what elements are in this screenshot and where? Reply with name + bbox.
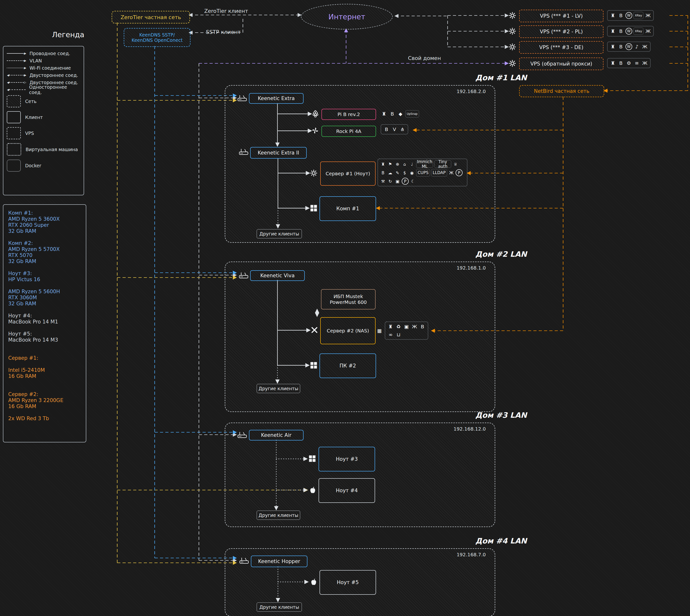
tools-icon: ⚒ bbox=[380, 178, 386, 184]
network-diagram: Легенда ▶Проводное соед. ▶VLAN ▶Wi-Fi со… bbox=[0, 0, 690, 616]
device-rock-pi[interactable]: Rock Pi 4A bbox=[321, 126, 376, 137]
legend-label: VPS bbox=[25, 131, 34, 136]
spec-line bbox=[8, 325, 81, 331]
lan3-other-clients[interactable]: Другие клиенты bbox=[257, 511, 300, 520]
netbird-agent-icon: Ж bbox=[645, 28, 651, 35]
legend-swatch-network bbox=[7, 95, 21, 107]
legend-swatch-vps bbox=[7, 127, 21, 139]
notes-icon: ✎ bbox=[395, 170, 400, 176]
pi-b-apps: ♜B◆UpSnap bbox=[381, 109, 419, 119]
beszel-icon: B bbox=[389, 110, 396, 117]
vps-3-node[interactable]: VPS (*** #3 - DE) bbox=[519, 41, 603, 54]
device-nas[interactable]: Сервер #2 (NAS) bbox=[320, 317, 376, 344]
lan2-subnet: 192.168.1.0 bbox=[438, 265, 486, 271]
gear-icon bbox=[509, 27, 516, 35]
device-nout3[interactable]: Ноут #3 bbox=[318, 447, 375, 471]
watchtower-icon: ♜ bbox=[381, 110, 387, 117]
lan3-title: Дом #3 LAN bbox=[454, 411, 527, 419]
internet-node[interactable]: Интернет bbox=[301, 4, 393, 29]
spec-line bbox=[8, 283, 81, 289]
vps-1-node[interactable]: VPS (*** #1 - LV) bbox=[519, 10, 603, 22]
syncthing-icon: ↻ bbox=[387, 178, 393, 184]
legend-panel: ▶Проводное соед. ▶VLAN ▶Wi-Fi соединение… bbox=[3, 46, 84, 195]
router-keenetic-hopper[interactable]: Keenetic Hopper bbox=[251, 555, 307, 567]
keendns-network[interactable]: KeenDNS SSTP/ KeenDNS OpenConect bbox=[124, 28, 191, 47]
watchtower-icon: ♜ bbox=[387, 323, 394, 330]
lan1-title: Дом #1 LAN bbox=[454, 73, 527, 82]
apple-icon bbox=[309, 486, 317, 494]
device-nout4[interactable]: Ноут #4 bbox=[318, 478, 375, 503]
zerotier-network[interactable]: ZeroTier частная сеть bbox=[112, 11, 190, 23]
vps-proxy-node[interactable]: VPS (обратный прокси) bbox=[519, 58, 603, 70]
spec-line: Комп #1: bbox=[8, 210, 81, 216]
router-icon bbox=[239, 557, 249, 564]
link-icon: ∞ bbox=[387, 331, 394, 338]
router-icon bbox=[237, 431, 247, 438]
vaultwarden-icon: V bbox=[391, 126, 398, 133]
gear-icon bbox=[509, 60, 516, 67]
router-keenetic-extra-2[interactable]: Keenetic Extra II bbox=[250, 147, 307, 159]
lan3-subnet: 192.168.12.0 bbox=[438, 426, 486, 432]
spec-line: HP Victus 16 bbox=[8, 277, 81, 283]
tiny-auth-badge: Tiny auth bbox=[434, 160, 451, 168]
beszel-icon: B bbox=[380, 170, 386, 176]
spec-line: Intel i5-2410M bbox=[8, 367, 81, 373]
lan1-other-clients[interactable]: Другие клиенты bbox=[257, 229, 302, 238]
recycle-icon: ♻ bbox=[395, 323, 402, 330]
spec-line bbox=[8, 410, 81, 416]
legend-title: Легенда bbox=[52, 30, 84, 39]
adguard-icon: ◆ bbox=[397, 110, 404, 117]
list-icon: ≡ bbox=[633, 60, 640, 66]
beszel-icon: B bbox=[618, 12, 624, 19]
device-komp1[interactable]: Комп #1 bbox=[319, 196, 376, 221]
lan2-title: Дом #2 LAN bbox=[454, 250, 527, 259]
router-keenetic-extra[interactable]: Keenetic Extra bbox=[249, 93, 304, 104]
moon-icon: ☾ bbox=[410, 178, 416, 184]
spec-line: 32 Gb RAM bbox=[8, 301, 81, 307]
keendns-links bbox=[155, 46, 236, 558]
spec-line: AMD Ryzen 5 5600H bbox=[8, 289, 81, 295]
vault-icon: ▣ bbox=[395, 178, 400, 184]
lan4-subnet: 192.168.7.0 bbox=[438, 552, 486, 557]
gear-icon bbox=[509, 12, 516, 19]
spec-line: RTX 3060M bbox=[8, 295, 81, 301]
bucket-icon: ⊔ bbox=[395, 331, 402, 338]
device-pk2[interactable]: ПК #2 bbox=[319, 353, 376, 378]
windows-icon bbox=[308, 455, 316, 462]
raspberry-icon bbox=[311, 110, 319, 118]
device-ups[interactable]: ИБП Mustek PowerMust 600 bbox=[321, 289, 376, 309]
lan4-other-clients[interactable]: Другие клиенты bbox=[257, 602, 302, 612]
router-icon bbox=[239, 148, 248, 155]
crown-icon: ♕ bbox=[452, 161, 459, 167]
spec-line: Ноут #3: bbox=[8, 270, 81, 277]
nas-apps-row: ▦ ♜♻▣ЖB∞⊔ bbox=[376, 322, 428, 340]
legend-line-onedir: ◀ bbox=[7, 88, 26, 91]
netbird-network[interactable]: NetBird частная сеть bbox=[519, 85, 604, 97]
sstp-client-label: SSTP клиент bbox=[206, 29, 241, 35]
voice-chat-icon: ♪ bbox=[633, 43, 640, 50]
legend-swatch-client bbox=[7, 111, 21, 123]
nas-host-apps: ▦ bbox=[376, 327, 383, 334]
lan2-other-clients[interactable]: Другие клиенты bbox=[257, 384, 300, 393]
device-server1[interactable]: Сервер #1 (Ноут) bbox=[320, 161, 376, 186]
device-nout5[interactable]: Ноут #5 bbox=[319, 570, 376, 595]
vps-2-node[interactable]: VPS (*** #2 - PL) bbox=[519, 25, 603, 38]
netbird-agent-icon: Ж bbox=[641, 43, 648, 50]
spec-line bbox=[8, 343, 81, 349]
spec-line: Ноут #5: bbox=[8, 331, 81, 337]
beszel-icon: B bbox=[618, 60, 624, 66]
device-pi-b[interactable]: Pi B rev.2 bbox=[321, 109, 376, 120]
watchtower-icon: ♜ bbox=[609, 43, 616, 50]
spec-line bbox=[8, 379, 81, 386]
router-keenetic-viva[interactable]: Keenetic Viva bbox=[250, 270, 305, 281]
router-keenetic-air[interactable]: Keenetic Air bbox=[249, 430, 304, 440]
legend-line-wifi: ▶ bbox=[7, 66, 26, 69]
netbird-agent-icon: Ж bbox=[448, 170, 454, 176]
spec-line bbox=[8, 361, 81, 367]
watchtower-icon: ♜ bbox=[609, 60, 616, 66]
vps-3-docker-apps: ♜BW♪Ж bbox=[607, 42, 651, 52]
legend-label: Wi-Fi соединение bbox=[29, 65, 71, 71]
watchtower-icon: ♜ bbox=[380, 161, 386, 167]
wordpress-icon: W bbox=[625, 43, 632, 50]
portainer-icon: P bbox=[402, 178, 409, 185]
